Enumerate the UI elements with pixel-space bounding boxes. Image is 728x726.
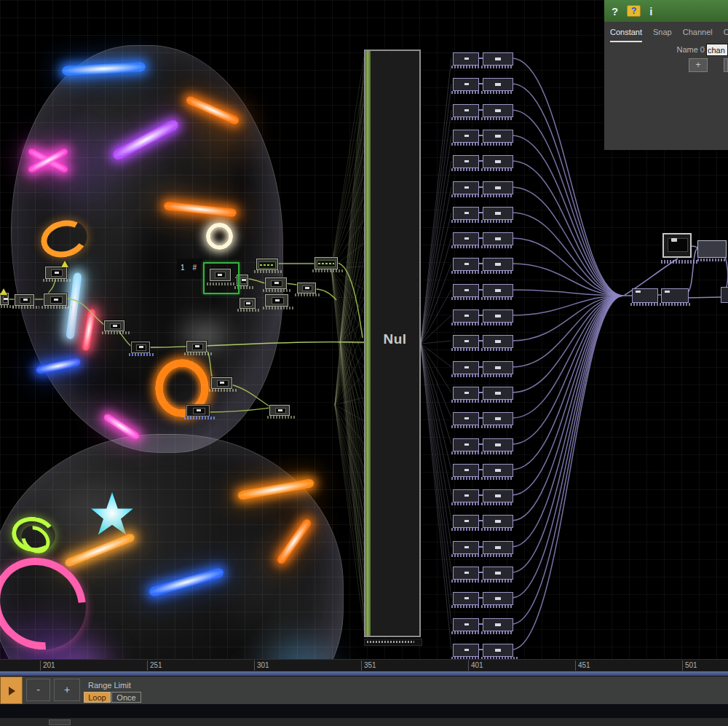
- chop-node[interactable]: [483, 592, 513, 605]
- dialog-header[interactable]: ? ? i: [604, 0, 728, 22]
- chop-node[interactable]: [453, 78, 479, 91]
- step-back-button[interactable]: -: [26, 679, 50, 701]
- chop-node-row[interactable]: [451, 130, 517, 147]
- chop-node[interactable]: [483, 541, 513, 554]
- tab-channel[interactable]: Channel: [683, 25, 713, 42]
- chop-node-row[interactable]: [451, 78, 517, 95]
- chop-node[interactable]: [483, 464, 513, 477]
- chop-node-row[interactable]: [451, 232, 517, 250]
- chop-node[interactable]: [44, 293, 67, 306]
- chop-node-row[interactable]: [451, 541, 517, 559]
- chop-node[interactable]: [453, 258, 479, 271]
- chop-node[interactable]: [453, 515, 479, 528]
- timeline-range-bar[interactable]: [0, 671, 728, 676]
- chop-node[interactable]: [483, 618, 513, 631]
- chop-node-row[interactable]: [451, 104, 517, 122]
- chop-node[interactable]: [269, 405, 290, 416]
- chop-node[interactable]: [314, 257, 338, 269]
- chop-node[interactable]: [483, 284, 513, 297]
- timeline-ruler[interactable]: 201251301351401451501: [0, 659, 728, 671]
- chop-node-row[interactable]: [451, 155, 517, 173]
- chop-node[interactable]: [453, 335, 479, 348]
- chop-node[interactable]: [483, 155, 513, 168]
- dialog-edge-button[interactable]: [724, 58, 728, 72]
- chop-node-row[interactable]: [451, 181, 517, 199]
- chop-node-row[interactable]: [451, 284, 517, 301]
- once-button[interactable]: Once: [111, 692, 141, 703]
- chop-node[interactable]: [453, 567, 479, 580]
- channel-name-input[interactable]: [706, 44, 728, 56]
- chop-node-edge[interactable]: [721, 287, 728, 303]
- chop-node[interactable]: [453, 464, 479, 477]
- display-node[interactable]: [662, 233, 692, 258]
- chop-node[interactable]: [483, 232, 513, 245]
- null-node[interactable]: Nul: [364, 50, 421, 637]
- chop-node-row[interactable]: [451, 207, 517, 224]
- chop-node-row[interactable]: [451, 567, 517, 584]
- chop-node-row[interactable]: [451, 464, 517, 481]
- chop-node[interactable]: [453, 387, 479, 400]
- context-help-icon[interactable]: ?: [627, 5, 641, 17]
- tab-constant[interactable]: Constant: [610, 25, 642, 42]
- chop-node-row[interactable]: [451, 335, 517, 352]
- add-channel-button[interactable]: +: [689, 58, 708, 72]
- chop-node[interactable]: [483, 644, 513, 657]
- chop-node-row[interactable]: [451, 258, 517, 275]
- chop-node[interactable]: [483, 78, 513, 91]
- chop-node[interactable]: [186, 341, 207, 352]
- selected-node[interactable]: [203, 262, 240, 294]
- chop-node[interactable]: [453, 284, 479, 297]
- null-node-input-strip[interactable]: [365, 51, 371, 636]
- chop-node[interactable]: [453, 232, 479, 245]
- chop-node-row[interactable]: [451, 592, 517, 609]
- tab-snap[interactable]: Snap: [653, 25, 672, 42]
- chop-node[interactable]: [483, 387, 513, 400]
- chop-node[interactable]: [453, 644, 479, 657]
- chop-node[interactable]: [483, 309, 513, 323]
- chop-node[interactable]: [483, 52, 513, 66]
- chop-node[interactable]: [240, 298, 256, 309]
- chop-node[interactable]: [483, 515, 513, 528]
- chop-node[interactable]: [483, 130, 513, 143]
- bottom-panel-tab[interactable]: [49, 719, 71, 725]
- chop-node[interactable]: [483, 412, 513, 425]
- chop-node[interactable]: [632, 288, 658, 303]
- chop-node[interactable]: [453, 181, 479, 194]
- chop-node[interactable]: [45, 267, 67, 279]
- chop-node[interactable]: [210, 269, 231, 281]
- chop-node[interactable]: [483, 361, 513, 374]
- chop-node[interactable]: [453, 130, 479, 143]
- chop-node[interactable]: [265, 294, 288, 307]
- chop-node[interactable]: [483, 489, 513, 502]
- tab-common[interactable]: Co: [724, 25, 728, 42]
- chop-node-row[interactable]: [451, 309, 517, 327]
- info-icon[interactable]: i: [649, 5, 652, 17]
- chop-node-row[interactable]: [451, 412, 517, 430]
- chop-node[interactable]: [453, 592, 479, 605]
- chop-node[interactable]: [483, 104, 513, 117]
- chop-node[interactable]: [186, 405, 210, 417]
- play-button[interactable]: [0, 676, 23, 704]
- help-icon[interactable]: ?: [612, 5, 618, 17]
- chop-node[interactable]: [453, 489, 479, 502]
- chop-node[interactable]: [453, 412, 479, 425]
- chop-node[interactable]: [265, 277, 287, 289]
- chop-node[interactable]: [104, 320, 124, 331]
- loop-button[interactable]: Loop: [84, 692, 111, 703]
- step-forward-button[interactable]: +: [54, 679, 80, 701]
- chop-node[interactable]: [453, 207, 479, 220]
- chop-node[interactable]: [453, 618, 479, 631]
- chop-node[interactable]: [453, 104, 479, 117]
- chop-node-row[interactable]: [451, 361, 517, 379]
- chop-node[interactable]: [661, 288, 689, 303]
- chop-node[interactable]: [483, 438, 513, 451]
- chop-node[interactable]: [453, 155, 479, 168]
- chop-node[interactable]: [483, 567, 513, 580]
- chop-node[interactable]: [453, 438, 479, 451]
- chop-node-row[interactable]: [451, 618, 517, 636]
- chop-node-row[interactable]: [451, 52, 517, 70]
- chop-node[interactable]: [453, 309, 479, 323]
- chop-node-row[interactable]: [451, 489, 517, 507]
- chop-node[interactable]: [483, 335, 513, 348]
- chop-node[interactable]: [483, 181, 513, 194]
